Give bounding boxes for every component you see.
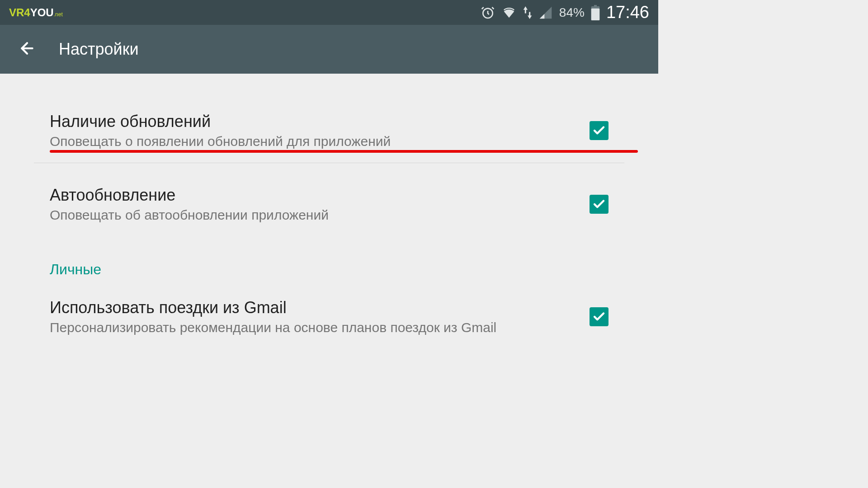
setting-title: Использовать поездки из Gmail bbox=[50, 298, 580, 317]
section-header-personal: Личные bbox=[34, 236, 624, 282]
clock: 17:46 bbox=[606, 3, 649, 22]
check-icon bbox=[592, 310, 606, 324]
check-icon bbox=[592, 124, 606, 137]
setting-title: Автообновление bbox=[50, 186, 580, 205]
status-icons: 84% 17:46 bbox=[481, 3, 649, 22]
svg-rect-3 bbox=[594, 5, 597, 7]
signal-icon bbox=[538, 5, 553, 20]
battery-icon bbox=[591, 5, 600, 20]
setting-subtitle: Персонализировать рекомендации на основе… bbox=[50, 320, 580, 335]
setting-gmail-trips[interactable]: Использовать поездки из Gmail Персонализ… bbox=[34, 282, 624, 349]
logo-part1: VR4 bbox=[9, 6, 30, 19]
setting-subtitle: Оповещать о появлении обновлений для при… bbox=[50, 134, 580, 149]
checkbox-gmail[interactable] bbox=[590, 307, 609, 326]
battery-percent: 84% bbox=[559, 5, 585, 20]
setting-updates-available[interactable]: Наличие обновлений Оповещать о появлении… bbox=[34, 74, 624, 163]
setting-auto-update[interactable]: Автообновление Оповещать об автообновлен… bbox=[34, 163, 624, 236]
setting-text: Автообновление Оповещать об автообновлен… bbox=[50, 186, 580, 223]
logo-part2: YOU bbox=[30, 6, 54, 19]
wifi-icon bbox=[501, 5, 517, 20]
setting-subtitle: Оповещать об автообновлении приложений bbox=[50, 207, 580, 223]
settings-content: Наличие обновлений Оповещать о появлении… bbox=[0, 74, 658, 349]
data-icon bbox=[523, 6, 532, 19]
highlight-underline bbox=[50, 150, 638, 153]
checkbox-updates[interactable] bbox=[590, 121, 609, 140]
alarm-icon bbox=[481, 5, 495, 20]
svg-rect-2 bbox=[591, 8, 600, 20]
setting-text: Наличие обновлений Оповещать о появлении… bbox=[50, 112, 580, 149]
check-icon bbox=[592, 197, 606, 211]
back-arrow-icon[interactable] bbox=[18, 39, 36, 59]
app-title: Настройки bbox=[59, 40, 139, 59]
app-bar: Настройки bbox=[0, 25, 658, 74]
checkbox-autoupdate[interactable] bbox=[590, 195, 609, 214]
logo: VR4 YOU .net bbox=[9, 6, 63, 19]
logo-part3: .net bbox=[54, 11, 63, 18]
setting-text: Использовать поездки из Gmail Персонализ… bbox=[50, 298, 580, 335]
setting-title: Наличие обновлений bbox=[50, 112, 580, 131]
status-bar: VR4 YOU .net bbox=[0, 0, 658, 25]
